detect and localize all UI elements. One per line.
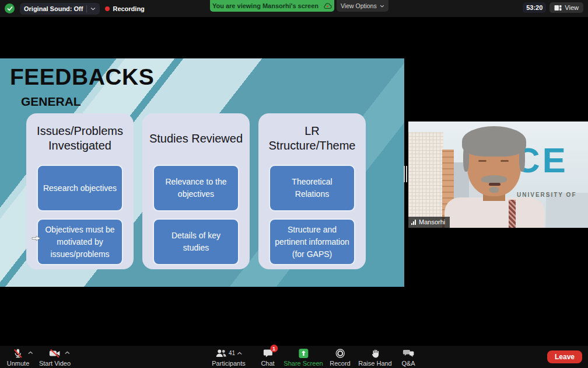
column-item: Structure and pertinent information (for… <box>269 218 355 265</box>
recording-indicator: Recording <box>105 5 144 12</box>
original-sound-button[interactable]: Original Sound: Off <box>20 3 100 15</box>
slide-subtitle: GENERAL <box>21 95 81 109</box>
background-building <box>408 132 443 228</box>
chat-label: Chat <box>261 360 274 367</box>
participant-shirt <box>444 197 545 228</box>
participant-name: Mansorhi <box>419 218 445 225</box>
participant-chin-beard <box>489 187 499 193</box>
share-screen-icon <box>298 348 309 359</box>
viewing-banner: You are viewing Mansorhi's screen <box>210 0 334 12</box>
qa-label: Q&A <box>401 360 415 367</box>
participants-button[interactable]: 41 Participants <box>212 348 245 367</box>
share-screen-label: Share Screen <box>284 360 323 367</box>
divider <box>86 5 87 12</box>
microphone-muted-icon <box>13 348 23 359</box>
original-sound-label: Original Sound: Off <box>24 5 83 12</box>
record-label: Record <box>330 360 350 367</box>
participant-hair <box>463 145 469 172</box>
participant-hair <box>462 126 526 157</box>
meeting-timer: 53:20 <box>523 2 546 13</box>
viewing-banner-text: You are viewing Mansorhi's screen <box>212 2 318 9</box>
leave-button[interactable]: Leave <box>547 350 582 363</box>
participant-mustache <box>481 175 507 183</box>
raise-hand-button[interactable]: Raise Hand <box>358 348 391 367</box>
slide-columns: Issues/Problems Investigated Research ob… <box>26 113 366 269</box>
audio-level-icon <box>411 220 416 225</box>
participants-label: Participants <box>212 360 245 367</box>
raise-hand-icon <box>370 348 380 359</box>
participant-hair <box>519 145 525 172</box>
top-bar-right-group: 53:20 View <box>523 2 583 13</box>
shared-screen-slide: FEEDBACKS GENERAL Issues/Problems Invest… <box>0 58 404 287</box>
participant-name-tag: Mansorhi <box>408 217 450 228</box>
participants-count: 41 <box>229 350 235 356</box>
presenter-mouse-cursor <box>31 235 41 242</box>
view-button[interactable]: View <box>550 2 583 13</box>
participant-eye <box>478 160 487 162</box>
column-title: LR Structure/Theme <box>258 119 366 158</box>
record-icon <box>335 348 345 359</box>
qa-icon <box>402 348 414 359</box>
recording-label: Recording <box>113 5 144 12</box>
background-building <box>546 193 588 228</box>
unmute-label: Unmute <box>7 360 30 367</box>
participants-icon <box>215 348 227 359</box>
column-item: Objectives must be motivated by issues/p… <box>37 218 123 265</box>
participant-mouth <box>489 183 501 186</box>
chevron-up-icon[interactable] <box>65 351 70 355</box>
chevron-down-icon <box>380 5 384 8</box>
recording-dot-icon <box>105 6 110 11</box>
chevron-down-icon[interactable] <box>90 7 96 11</box>
record-button[interactable]: Record <box>330 348 350 367</box>
column-studies-reviewed: Studies Reviewed Relevance to the object… <box>142 113 250 269</box>
start-video-label: Start Video <box>39 360 71 367</box>
unmute-button[interactable]: Unmute <box>7 348 30 367</box>
chat-button[interactable]: 1 Chat <box>261 348 274 367</box>
view-options-button[interactable]: View Options <box>337 0 388 12</box>
column-item: Theoretical Relations <box>269 165 355 211</box>
check-icon <box>7 6 13 11</box>
participant-video-tile: NCE THE UNIVERSITY OF Mansorhi <box>408 121 588 228</box>
slide-title: FEEDBACKS <box>10 64 154 90</box>
chevron-up-icon[interactable] <box>28 351 33 355</box>
column-lr-structure: LR Structure/Theme Theoretical Relations… <box>258 113 366 269</box>
column-item: Relevance to the objectives <box>153 165 239 211</box>
screen-watch-icon[interactable] <box>323 3 332 9</box>
camera-off-icon <box>49 348 61 359</box>
column-title: Studies Reviewed <box>142 119 250 158</box>
meeting-toolbar: Unmute Start Video 41 Participants <box>0 346 588 368</box>
column-issues-problems: Issues/Problems Investigated Research ob… <box>26 113 134 269</box>
share-screen-button[interactable]: Share Screen <box>284 348 323 367</box>
gallery-view-icon <box>554 5 562 11</box>
view-options-label: View Options <box>341 2 377 9</box>
chat-badge: 1 <box>270 345 278 352</box>
security-shield-icon[interactable] <box>5 4 15 13</box>
participant-shirt-trim <box>509 200 516 228</box>
qa-button[interactable]: Q&A <box>401 348 415 367</box>
column-title: Issues/Problems Investigated <box>26 119 134 158</box>
chevron-up-icon[interactable] <box>237 352 242 355</box>
start-video-button[interactable]: Start Video <box>39 348 71 367</box>
view-button-label: View <box>565 4 579 11</box>
top-bar: Original Sound: Off Recording You are vi… <box>0 0 588 17</box>
participant-eye <box>501 160 509 162</box>
video-panel-drag-handle[interactable] <box>404 166 407 182</box>
column-item: Details of key studies <box>153 218 239 265</box>
raise-hand-label: Raise Hand <box>358 360 391 367</box>
top-bar-left-group: Original Sound: Off Recording <box>5 0 145 17</box>
column-item: Research objectives <box>37 165 123 211</box>
